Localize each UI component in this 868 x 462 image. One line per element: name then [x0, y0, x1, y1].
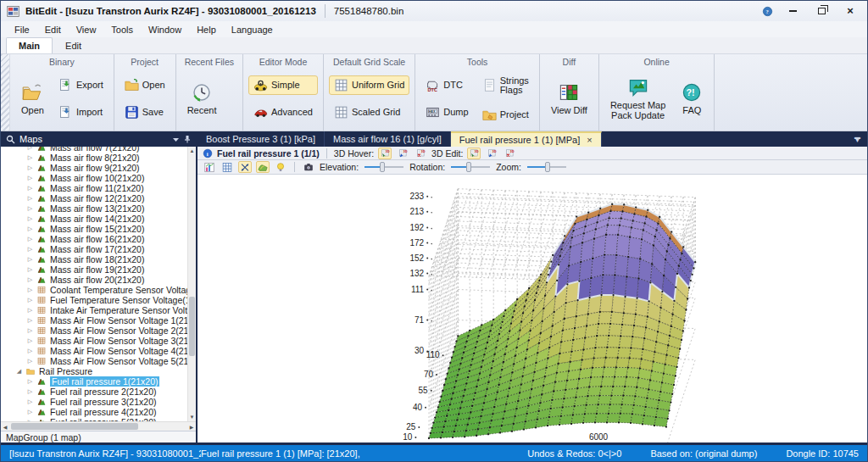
expand-icon[interactable]: ▷	[26, 175, 34, 181]
minimize-button[interactable]	[781, 3, 804, 19]
expand-icon[interactable]: ▷	[26, 256, 34, 263]
hover-d3-pencil-button[interactable]: 3D	[396, 148, 409, 159]
tree-item[interactable]: ▷ Mass Air Flow Sensor Voltage 1(21x1)	[1, 315, 187, 326]
tree-item[interactable]: ▷ Coolant Temperature Sensor Voltage(14x…	[1, 285, 187, 295]
expand-icon[interactable]: ▷	[26, 205, 34, 212]
ribbon-button-scaled-grid[interactable]: Scaled Grid	[329, 103, 409, 122]
expand-icon[interactable]: ▷	[26, 195, 34, 202]
expand-icon[interactable]: ▷	[26, 236, 34, 242]
ribbon-button-request-map-pack-update[interactable]: Request Map Pack Update	[604, 74, 671, 124]
expand-icon[interactable]: ▷	[26, 307, 34, 314]
camera-button[interactable]	[302, 161, 315, 173]
tree-item[interactable]: ▷ Mass air flow 20(21x20)	[1, 275, 187, 285]
tree-item[interactable]: ▷ Mass air flow 9(21x20)	[1, 163, 187, 173]
rotation-slider[interactable]	[451, 162, 490, 172]
scrollbar-thumb[interactable]	[11, 423, 138, 430]
tree-item[interactable]: ▷ Intake Air Temperature Sensor Voltage(…	[1, 305, 187, 315]
hover-d3-x-button[interactable]: 3D	[414, 148, 427, 159]
expand-icon[interactable]: ▷	[26, 276, 34, 283]
ribbon-button-strings-flags[interactable]: Strings Flags	[477, 74, 534, 97]
expand-icon[interactable]: ▷	[26, 246, 34, 253]
tree-item[interactable]: ▷ Fuel rail pressure 5(21x20)	[1, 417, 187, 421]
scroll-right-icon[interactable]: ▶	[187, 424, 196, 430]
tree-item[interactable]: ▷ Fuel rail pressure 4(21x20)	[1, 407, 187, 417]
tree-item[interactable]: ▷ Mass Air Flow Sensor Voltage 2(21x1)	[1, 326, 187, 336]
tree-item[interactable]: ▷ Mass air flow 7(21x20)	[1, 147, 187, 153]
tree-item[interactable]: ▷ Fuel rail pressure 3(21x20)	[1, 397, 187, 407]
ribbon-button-project[interactable]: Project	[477, 105, 534, 125]
chart-mini-button[interactable]	[203, 161, 216, 173]
expand-icon[interactable]: ▷	[26, 297, 34, 303]
tree-item[interactable]: ▷ Mass air flow 19(21x20)	[1, 264, 187, 275]
tree-item[interactable]: ▷ Mass air flow 8(21x20)	[1, 153, 187, 163]
tree-item[interactable]: ▷ Mass air flow 15(21x20)	[1, 224, 187, 234]
bulb-button[interactable]	[274, 161, 287, 173]
tree-item[interactable]: ▷ Mass air flow 10(21x20)	[1, 173, 187, 183]
ribbon-tab-edit[interactable]: Edit	[53, 37, 94, 53]
ribbon-button-simple[interactable]: Simple	[248, 75, 318, 95]
tree-item[interactable]: ▷ Mass air flow 11(21x20)	[1, 183, 187, 193]
tree-item[interactable]: ▷ Mass air flow 17(21x20)	[1, 244, 187, 254]
expand-icon[interactable]: ▷	[26, 409, 34, 415]
ribbon-button-advanced[interactable]: Advanced	[248, 103, 318, 122]
surface-chart-panel[interactable]: 2332131921721521321117130110705540251060…	[198, 175, 867, 443]
elevation-slider[interactable]	[364, 162, 403, 172]
ribbon-button-dtc[interactable]: DTCDTC	[420, 75, 473, 95]
edit-d3-pencil-button[interactable]: 3D	[485, 148, 498, 159]
ribbon-tab-main[interactable]: Main	[6, 37, 53, 53]
expand-icon[interactable]: ▷	[26, 327, 34, 334]
expand-icon[interactable]: ▷	[26, 348, 34, 354]
expand-icon[interactable]: ▷	[26, 147, 34, 151]
edit-d3-x-button[interactable]: 3D	[503, 148, 516, 159]
ribbon-button-view-diff[interactable]: View Diff	[545, 79, 593, 119]
hover-d3-pointer-button[interactable]: 3D	[378, 148, 392, 159]
search-icon[interactable]	[6, 135, 15, 144]
doc-tab-0[interactable]: Boost Pressure 3 (1) [kPa]	[198, 131, 325, 147]
tree-item[interactable]: ▷ Mass air flow 16(21x20)	[1, 234, 187, 244]
expand-icon[interactable]: ▷	[26, 164, 34, 171]
expand-icon[interactable]: ▷	[26, 215, 34, 222]
tree-item[interactable]: ◢ Rail Pressure	[1, 366, 187, 376]
scroll-left-icon[interactable]: ◀	[1, 424, 9, 430]
doc-tab-1[interactable]: Mass air flow 16 (1) [g/cyl]	[325, 131, 451, 147]
expand-icon[interactable]: ▷	[26, 266, 34, 273]
ribbon-button-import[interactable]: Import	[53, 103, 108, 122]
expand-icon[interactable]: ▷	[26, 419, 34, 421]
menu-file[interactable]: File	[8, 23, 36, 36]
edit-d3-pointer-button[interactable]: 3D	[467, 148, 481, 159]
tree-item[interactable]: ▷ Mass Air Flow Sensor Voltage 5(21x1)	[1, 356, 187, 366]
tree-item[interactable]: ▷ Fuel rail pressure 2(21x20)	[1, 387, 187, 397]
scroll-up-icon[interactable]: ▲	[190, 147, 195, 155]
restore-button[interactable]	[810, 3, 833, 19]
expand-icon[interactable]: ▷	[26, 398, 34, 405]
menu-tools[interactable]: Tools	[104, 23, 140, 36]
expand-icon[interactable]: ▷	[26, 185, 34, 192]
tree-item[interactable]: ▷ Fuel Temperature Sensor Voltage(14x1)	[1, 295, 187, 305]
ribbon-button-export[interactable]: Export	[53, 75, 108, 95]
collapse-icon[interactable]: ◢	[15, 368, 23, 375]
tree-item[interactable]: ▷ Mass air flow 14(21x20)	[1, 214, 187, 224]
expand-icon[interactable]: ▷	[26, 337, 34, 344]
tree-vertical-scrollbar[interactable]: ▲ ▼	[187, 147, 196, 421]
tree-horizontal-scrollbar[interactable]: ◀ ▶	[1, 421, 196, 431]
axes-button[interactable]	[238, 161, 252, 173]
expand-icon[interactable]: ▷	[26, 154, 34, 161]
tree-item[interactable]: ▷ Mass Air Flow Sensor Voltage 4(21x1)	[1, 346, 187, 356]
menu-window[interactable]: Window	[142, 23, 188, 36]
zoom-slider[interactable]	[527, 162, 566, 172]
tree-item[interactable]: ▷ Mass air flow 13(21x20)	[1, 203, 187, 214]
menu-edit[interactable]: Edit	[38, 23, 68, 36]
chevron-down-icon[interactable]	[172, 136, 180, 142]
menu-help[interactable]: Help	[190, 23, 223, 36]
expand-icon[interactable]: ▷	[26, 388, 34, 395]
ribbon-button-recent[interactable]: Recent	[181, 79, 223, 119]
doc-tab-2[interactable]: Fuel rail pressure 1 (1) [MPa] ×	[451, 131, 602, 147]
ribbon-button-uniform-grid[interactable]: Uniform Grid	[329, 75, 409, 95]
tree-item[interactable]: ▷ Mass air flow 12(21x20)	[1, 193, 187, 203]
ribbon-button-save[interactable]: Save	[120, 103, 170, 122]
ribbon-button-open[interactable]: Open	[120, 75, 170, 95]
scrollbar-thumb[interactable]	[189, 297, 195, 356]
menu-view[interactable]: View	[70, 23, 103, 36]
close-button[interactable]: ×	[838, 3, 862, 19]
tab-list-icon[interactable]: ▬▼	[848, 131, 867, 147]
